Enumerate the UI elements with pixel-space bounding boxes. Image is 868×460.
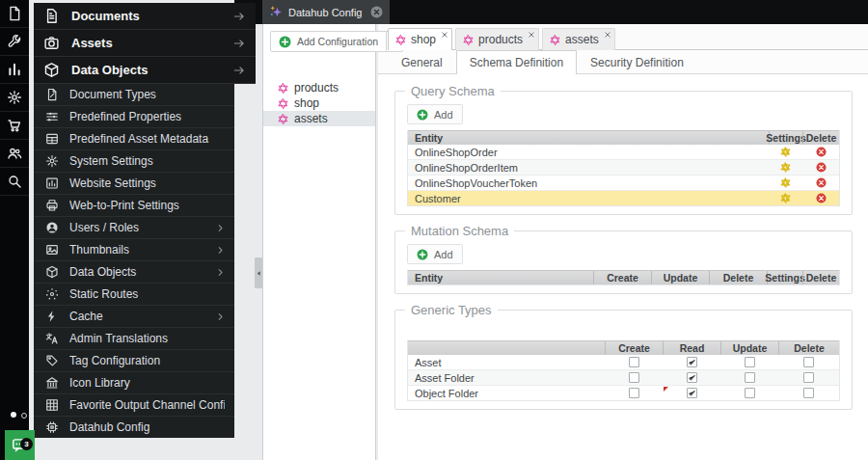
sidebar-item-cache[interactable]: Cache	[34, 306, 234, 328]
sidebar-item-icon-library[interactable]: Icon Library	[34, 372, 234, 394]
column-header-read[interactable]: Read	[663, 341, 720, 355]
column-header-delete[interactable]: Delete	[802, 271, 839, 284]
accordion-data-objects[interactable]: Data Objects	[34, 57, 256, 84]
column-header-entity[interactable]: Entity	[408, 271, 593, 284]
update-checkbox[interactable]	[745, 372, 755, 383]
settings-icon[interactable]	[780, 147, 791, 157]
close-icon[interactable]	[604, 31, 611, 39]
generic-types-table: Create Read Update Delete Asset Asset Fo…	[407, 340, 840, 401]
subtab-schema-definition[interactable]: Schema Definition	[456, 50, 577, 74]
delete-icon[interactable]	[816, 193, 827, 203]
update-checkbox[interactable]	[745, 357, 755, 367]
sidebar-item-data-objects[interactable]: Data Objects	[34, 261, 234, 284]
configuration-tree-panel: Add Configuration products shop assets	[262, 24, 376, 460]
table-header: Entity Create Update Delete Settings Del…	[408, 270, 839, 284]
column-header-create[interactable]: Create	[593, 271, 651, 284]
rail-settings-button[interactable]	[0, 84, 29, 112]
camera-icon	[43, 35, 60, 51]
column-header-update[interactable]: Update	[651, 271, 709, 284]
create-checkbox[interactable]	[629, 388, 639, 398]
tree-item-products[interactable]: products	[263, 80, 375, 95]
create-checkbox[interactable]	[629, 372, 639, 383]
plus-icon	[417, 249, 428, 260]
sidebar-item-thumbnails[interactable]: Thumbnails	[34, 239, 234, 261]
subtab-general[interactable]: General	[388, 50, 456, 73]
notifications-chat-button[interactable]: 3	[5, 430, 35, 460]
shopping-cart-icon	[7, 118, 22, 133]
table-row[interactable]: OnlineShopOrderItem	[408, 159, 839, 175]
sidebar-item-document-types[interactable]: Document Types	[34, 84, 234, 106]
datahub-config-window-tab[interactable]: Datahub Config	[262, 0, 390, 24]
tab-assets[interactable]: assets	[542, 28, 615, 50]
sidebar-item-datahub-config[interactable]: Datahub Config	[34, 417, 234, 438]
panel-collapse-handle[interactable]	[255, 257, 262, 288]
add-button-label: Add	[434, 249, 453, 260]
column-header-entity[interactable]: Entity	[408, 131, 769, 145]
accordion-documents[interactable]: Documents	[34, 3, 256, 30]
column-header-delete[interactable]: Delete	[802, 131, 839, 145]
delete-icon[interactable]	[816, 162, 827, 173]
sidebar-item-admin-translations[interactable]: Admin Translations	[34, 328, 234, 350]
sidebar-item-favorite-output-channel-configurations[interactable]: Favorite Output Channel Configurations	[34, 394, 234, 417]
type-cell: Asset	[408, 355, 605, 369]
sidebar-item-predefined-properties[interactable]: Predefined Properties	[34, 106, 234, 128]
table-row-selected[interactable]: Customer	[408, 190, 839, 205]
tree-item-label: assets	[294, 112, 328, 125]
table-row[interactable]: OnlineShopVoucherToken	[408, 175, 839, 190]
rail-ecommerce-button[interactable]	[0, 112, 29, 140]
collapse-left-icon	[256, 270, 262, 277]
perspective-dots	[0, 409, 29, 420]
query-schema-add-button[interactable]: Add	[407, 104, 463, 124]
sidebar-item-web-to-print-settings[interactable]: Web-to-Print Settings	[34, 195, 234, 217]
delete-checkbox[interactable]	[803, 357, 814, 367]
add-configuration-button[interactable]: Add Configuration	[270, 31, 403, 52]
sidebar-item-users-roles[interactable]: Users / Roles	[34, 217, 234, 239]
sidebar-item-static-routes[interactable]: Static Routes	[34, 284, 234, 306]
tree-item-assets[interactable]: assets	[263, 111, 375, 126]
datahub-star-icon	[278, 98, 288, 109]
schema-definition-content: Query Schema Add Entity Settings Delete …	[378, 74, 868, 410]
pimcore-admin-window: Datahub Config 3 Documents Assets	[0, 0, 868, 460]
column-header-create[interactable]: Create	[605, 341, 663, 355]
column-header-delete[interactable]: Delete	[709, 271, 767, 284]
table-header: Create Read Update Delete	[408, 340, 839, 355]
delete-icon[interactable]	[816, 177, 827, 188]
delete-checkbox[interactable]	[803, 372, 814, 383]
update-checkbox[interactable]	[745, 388, 755, 398]
mutation-schema-add-button[interactable]: Add	[407, 244, 463, 264]
column-header-delete[interactable]: Delete	[778, 341, 839, 355]
settings-icon[interactable]	[780, 177, 791, 188]
plus-icon	[417, 109, 428, 121]
rail-documents-button[interactable]	[0, 0, 29, 28]
rail-users-button[interactable]	[0, 140, 29, 168]
read-checkbox[interactable]	[687, 388, 697, 398]
query-schema-legend: Query Schema	[405, 84, 501, 98]
rail-search-button[interactable]	[0, 168, 29, 196]
column-header-update[interactable]: Update	[720, 341, 778, 355]
delete-checkbox[interactable]	[803, 388, 814, 398]
accordion-assets[interactable]: Assets	[34, 30, 256, 57]
column-header-settings[interactable]: Settings	[769, 131, 802, 145]
close-icon[interactable]	[528, 31, 535, 39]
rail-tools-button[interactable]	[0, 28, 29, 56]
delete-icon[interactable]	[816, 147, 827, 157]
tab-shop[interactable]: shop	[388, 28, 452, 50]
read-checkbox[interactable]	[687, 357, 697, 367]
table-row[interactable]: OnlineShopOrder	[408, 145, 839, 159]
rail-reports-button[interactable]	[0, 56, 29, 84]
sidebar-item-system-settings[interactable]: System Settings	[34, 150, 234, 173]
column-header-settings[interactable]: Settings	[767, 271, 802, 284]
sidebar-item-tag-configuration[interactable]: Tag Configuration	[34, 350, 234, 372]
tab-products[interactable]: products	[455, 28, 539, 50]
close-tab-icon[interactable]	[370, 6, 383, 18]
sidebar-item-predefined-asset-metadata[interactable]: Predefined Asset Metadata	[34, 128, 234, 150]
subtab-security-definition[interactable]: Security Definition	[577, 50, 697, 73]
sidebar-item-website-settings[interactable]: Website Settings	[34, 173, 234, 195]
read-checkbox[interactable]	[687, 372, 697, 383]
tree-item-shop[interactable]: shop	[263, 95, 375, 111]
create-checkbox[interactable]	[629, 357, 639, 367]
user-circle-icon	[45, 221, 59, 234]
close-icon[interactable]	[441, 31, 448, 39]
settings-icon[interactable]	[780, 193, 791, 203]
settings-icon[interactable]	[780, 162, 791, 173]
